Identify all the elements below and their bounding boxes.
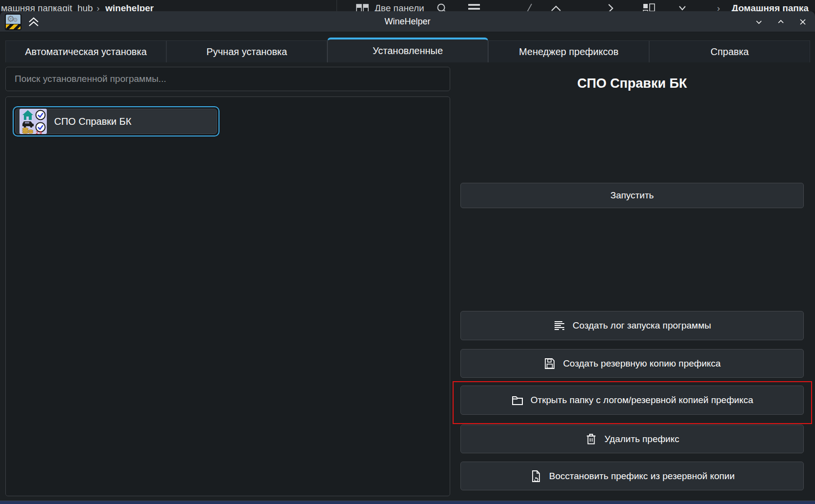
home-breadcrumb[interactable]: Домашняя папка (732, 0, 809, 11)
background-window-toolbar: машняя папка › git_hub › winehelper Две … (0, 0, 815, 11)
breadcrumb-label: машняя папка (1, 3, 62, 11)
view-mode-icon (643, 3, 656, 11)
minimize-icon (755, 18, 763, 26)
folder-icon (511, 394, 524, 407)
restore-document-icon (530, 470, 542, 483)
run-button-label: Запустить (610, 190, 654, 201)
keep-above-button[interactable] (27, 17, 40, 27)
tab-label: Справка (711, 46, 749, 58)
floppy-disk-icon (543, 357, 556, 370)
log-lines-icon (553, 319, 566, 332)
maximize-button[interactable] (776, 18, 785, 26)
slash-icon (526, 0, 533, 11)
installed-programs-list: 2 5 СПО Справки БК (5, 97, 450, 496)
search-button[interactable] (437, 0, 447, 11)
tab-label: Менеджер префиксов (519, 46, 618, 58)
restore-prefix-button[interactable]: Восстановить префикс из резервной копии (460, 462, 804, 490)
minimize-button[interactable] (755, 18, 763, 26)
dual-pane-icon (356, 4, 369, 11)
tab-label: Ручная установка (206, 46, 287, 58)
breadcrumb-separator-icon: › (54, 0, 57, 11)
gear-icon: ⚙ (13, 17, 18, 23)
search-icon (437, 3, 447, 11)
titlebar[interactable]: WineHelper ⚙ ⚙ (0, 11, 815, 32)
close-icon (798, 18, 807, 26)
tab-help[interactable]: Справка (649, 40, 810, 62)
run-button[interactable]: Запустить (460, 183, 804, 208)
breadcrumb-segment[interactable]: git_hub (62, 0, 93, 11)
breadcrumb-label: git_hub (62, 3, 93, 11)
open-folder-label: Открыть папку с логом/резервной копией п… (531, 395, 754, 406)
home-breadcrumb-label: Домашняя папка (732, 3, 809, 11)
split-view-label: Две панели (375, 3, 424, 11)
tab-prefix-manager[interactable]: Менеджер префиксов (488, 40, 649, 62)
breadcrumb-separator-icon: › (717, 0, 720, 11)
create-log-label: Создать лог запуска программы (573, 320, 711, 331)
tab-manual-install[interactable]: Ручная установка (166, 40, 327, 62)
split-view-label-wrap[interactable]: Две панели (375, 0, 424, 11)
tab-installed[interactable]: Установленные (327, 38, 488, 62)
maximize-icon (776, 18, 785, 26)
create-log-button[interactable]: Создать лог запуска программы (460, 311, 804, 340)
tab-label: Установленные (373, 45, 443, 57)
view-mode-button[interactable] (643, 0, 656, 11)
window-title: WineHelper (0, 11, 815, 32)
tab-auto-install[interactable]: Автоматическая установка (5, 40, 166, 62)
background-statusbar (0, 501, 815, 504)
winehelper-app-icon: ⚙ ⚙ (5, 14, 21, 30)
backup-prefix-label: Создать резервную копию префикса (563, 358, 720, 369)
hazard-stripes (6, 24, 20, 29)
program-name: СПО Справки БК (54, 116, 131, 127)
program-list-item-selected[interactable]: 2 5 СПО Справки БК (13, 106, 219, 136)
caret-down-icon (678, 5, 687, 11)
toolbar-divider (337, 0, 337, 11)
installed-search-input[interactable] (5, 67, 450, 91)
restore-prefix-label: Восстановить префикс из резервной копии (549, 471, 735, 482)
program-app-icon: 2 5 (20, 109, 47, 134)
tab-bar: Автоматическая установка Ручная установк… (0, 32, 815, 62)
selected-program-title: СПО Справки БК (460, 73, 804, 94)
tab-label: Автоматическая установка (25, 46, 147, 58)
forward-button[interactable] (607, 0, 615, 11)
trash-icon (585, 433, 597, 446)
up-button[interactable] (550, 0, 562, 11)
winehelper-window: WineHelper ⚙ ⚙ Автоматическая установка (0, 11, 815, 501)
breadcrumb-label: winehelper (105, 3, 154, 11)
split-view-button[interactable] (356, 0, 369, 11)
hamburger-menu-icon (467, 3, 481, 11)
backup-prefix-button[interactable]: Создать резервную копию префикса (460, 349, 804, 378)
chevron-up-icon (550, 4, 562, 11)
menu-button[interactable] (467, 0, 481, 11)
delete-prefix-label: Удалить префикс (604, 434, 679, 445)
svg-text:2 5: 2 5 (36, 130, 42, 135)
delete-prefix-button[interactable]: Удалить префикс (460, 425, 804, 453)
open-folder-button[interactable]: Открыть папку с логом/резервной копией п… (460, 386, 804, 415)
chevron-right-icon (607, 3, 615, 11)
close-button[interactable] (798, 18, 807, 26)
breadcrumb-segment[interactable]: машняя папка (1, 0, 62, 11)
breadcrumb-separator-icon: › (97, 0, 99, 11)
view-mode-dropdown[interactable] (678, 0, 687, 11)
breadcrumb-segment-current[interactable]: winehelper (105, 0, 154, 11)
double-chevron-up-icon (27, 17, 40, 27)
